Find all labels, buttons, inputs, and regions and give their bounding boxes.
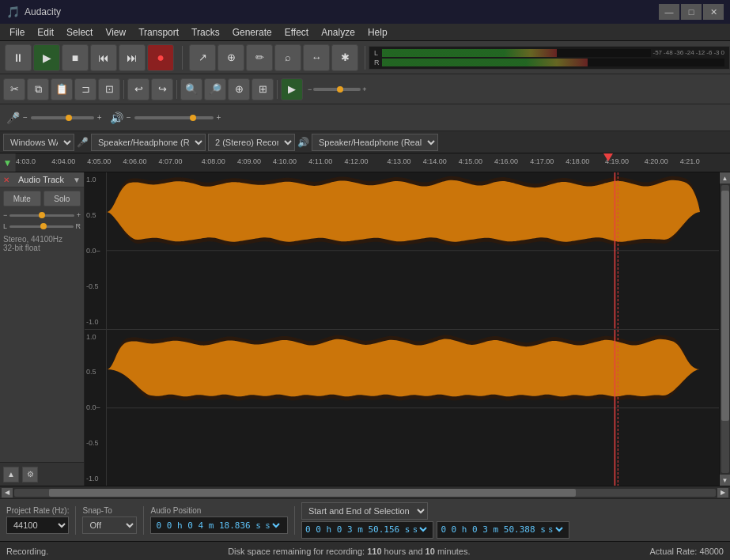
- pan-thumb[interactable]: [40, 223, 47, 229]
- vu-left-label: L: [374, 49, 380, 57]
- menu-help[interactable]: Help: [361, 25, 394, 40]
- mute-button[interactable]: Mute: [3, 191, 41, 206]
- menu-effect[interactable]: Effect: [278, 25, 315, 40]
- tick-0: 4:03.0: [16, 157, 36, 165]
- zoom-fit-button[interactable]: ⊞: [252, 78, 274, 100]
- input-device-select[interactable]: Speaker/Headphone (Realt...: [91, 134, 206, 151]
- toolbar-separator-2: [365, 46, 365, 70]
- sep-ctrl-2: [143, 506, 144, 535]
- channel1-svg: [107, 172, 719, 329]
- hscroll-thumb[interactable]: [49, 489, 575, 497]
- maximize-button[interactable]: □: [681, 4, 702, 20]
- volume-row: 🎤 − + 🔊 − +: [0, 104, 730, 131]
- vscroll-down-btn[interactable]: ▼: [720, 475, 731, 486]
- tick-4: 4:07.00: [159, 157, 183, 165]
- hscroll-right-btn[interactable]: ▶: [717, 488, 728, 498]
- track-name: Audio Track: [18, 175, 64, 184]
- playback-speed-play[interactable]: ▶: [281, 78, 303, 100]
- host-select[interactable]: Windows WASI...: [3, 134, 74, 151]
- solo-button[interactable]: Solo: [43, 191, 81, 206]
- zoom-out-button[interactable]: 🔎: [204, 78, 226, 100]
- sel-end-unit[interactable]: s: [546, 524, 565, 535]
- project-rate-select[interactable]: 44100 48000: [6, 516, 69, 534]
- toolbar-row2: ✂ ⧉ 📋 ⊐ ⊡ ↩ ↪ 🔍 🔎 ⊕ ⊞ ▶ − +: [0, 74, 730, 104]
- track-dropdown-btn[interactable]: ▼: [73, 176, 81, 184]
- speed-track[interactable]: [313, 88, 361, 91]
- multi-tool[interactable]: ✱: [331, 44, 358, 71]
- output-device-select[interactable]: Speaker/Headphone (Realte...: [312, 134, 438, 151]
- audio-pos-unit-select[interactable]: s: [263, 520, 282, 531]
- pan-slider[interactable]: [9, 225, 73, 228]
- vscroll-up-btn[interactable]: ▲: [720, 172, 731, 184]
- titlebar-left: 🎵 Audacity: [6, 6, 61, 18]
- record-button[interactable]: ●: [147, 44, 174, 71]
- selection-end-box[interactable]: 0 0 h 0 3 m 50.388 s s: [437, 521, 569, 539]
- channels-select[interactable]: 2 (Stereo) Recor...: [208, 134, 295, 151]
- mic-slider[interactable]: [31, 116, 94, 119]
- menu-edit[interactable]: Edit: [31, 25, 60, 40]
- mic-thumb[interactable]: [66, 115, 72, 121]
- zoom-in-button[interactable]: 🔍: [180, 78, 202, 100]
- vu-meters: L -57-48-36-24-12-6-30 R: [369, 46, 730, 70]
- playhead-marker: [603, 153, 613, 161]
- menu-analyze[interactable]: Analyze: [315, 25, 361, 40]
- menu-tracks[interactable]: Tracks: [185, 25, 226, 40]
- tick-11: 4:14.00: [423, 157, 447, 165]
- timeshift-tool[interactable]: ↔: [303, 44, 330, 71]
- speed-thumb[interactable]: [337, 86, 343, 93]
- track-collapse-btn[interactable]: ▲: [3, 467, 19, 482]
- trim-button[interactable]: ⊐: [74, 78, 96, 100]
- selection-start-box[interactable]: 0 0 h 0 3 m 50.156 s s: [301, 521, 433, 539]
- ch1-label-n1: -1.0: [86, 318, 104, 326]
- gain-thumb[interactable]: [39, 212, 45, 218]
- track-close-btn[interactable]: ✕: [3, 176, 9, 184]
- tick-9: 4:12.00: [344, 157, 368, 165]
- gain-slider[interactable]: [9, 214, 74, 217]
- skip-back-button[interactable]: ⏮: [90, 44, 117, 71]
- cut-button[interactable]: ✂: [3, 78, 25, 100]
- draw-tool[interactable]: ✏: [246, 44, 273, 71]
- hscrollbar: ◀ ▶: [0, 486, 730, 498]
- skip-fwd-button[interactable]: ⏭: [119, 44, 146, 71]
- redo-button[interactable]: ↪: [151, 78, 173, 100]
- disk-minutes: 10: [426, 547, 435, 556]
- minimize-button[interactable]: —: [659, 4, 679, 20]
- menu-view[interactable]: View: [99, 25, 132, 40]
- spkr-slider[interactable]: [134, 116, 214, 119]
- menu-file[interactable]: File: [3, 25, 31, 40]
- audio-position-value[interactable]: 0 0 h 0 4 m 18.836 s s: [150, 516, 287, 534]
- select-tool[interactable]: ↗: [189, 44, 216, 71]
- ch1-label-0: 0.0–: [86, 247, 104, 255]
- copy-button[interactable]: ⧉: [27, 78, 49, 100]
- play-button[interactable]: ▶: [33, 44, 60, 71]
- sel-start-unit[interactable]: s: [410, 524, 429, 535]
- snap-to-select[interactable]: Off Nearest: [82, 516, 137, 534]
- silence-button[interactable]: ⊡: [98, 78, 120, 100]
- zoom-tool[interactable]: ⌕: [274, 44, 301, 71]
- tick-13: 4:16.00: [494, 157, 518, 165]
- pan-R: R: [76, 222, 81, 230]
- pause-button[interactable]: ⏸: [5, 44, 32, 71]
- tick-15: 4:18.00: [565, 157, 589, 165]
- selection-mode-select[interactable]: Start and End of Selection Start and Len…: [301, 502, 428, 520]
- menu-transport[interactable]: Transport: [132, 25, 185, 40]
- ruler-ticks: 4:03.0 4:04.00 4:05.00 4:06.00 4:07.00 4…: [16, 153, 730, 172]
- tick-2: 4:05.00: [87, 157, 111, 165]
- transport-controls: ⏸ ▶ ■ ⏮ ⏭ ●: [0, 44, 179, 71]
- menu-generate[interactable]: Generate: [226, 25, 278, 40]
- tick-18: 4:21.0: [680, 157, 700, 165]
- close-button[interactable]: ✕: [703, 4, 724, 20]
- zoom-sel-button[interactable]: ⊕: [228, 78, 250, 100]
- sep-ctrl-1: [75, 506, 76, 535]
- paste-button[interactable]: 📋: [51, 78, 73, 100]
- spkr-thumb[interactable]: [190, 115, 196, 121]
- stop-button[interactable]: ■: [62, 44, 89, 71]
- undo-button[interactable]: ↩: [127, 78, 149, 100]
- envelope-tool[interactable]: ⊕: [217, 44, 244, 71]
- snap-to-label: Snap-To: [82, 506, 137, 515]
- menu-select[interactable]: Select: [60, 25, 99, 40]
- vscroll-thumb[interactable]: [721, 191, 729, 421]
- ch2-label-0: 0.0–: [86, 403, 104, 411]
- track-settings-btn[interactable]: ⚙: [22, 467, 38, 482]
- hscroll-left-btn[interactable]: ◀: [2, 488, 13, 498]
